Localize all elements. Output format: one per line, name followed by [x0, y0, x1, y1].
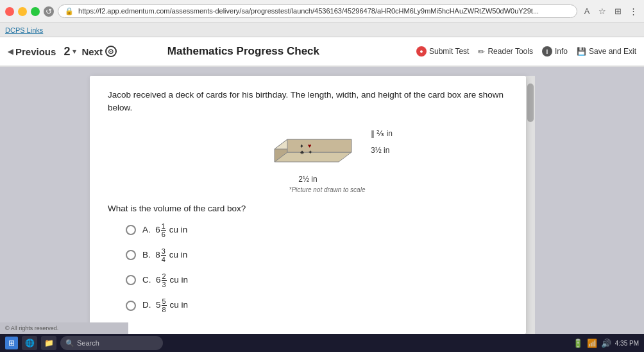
extensions-icon[interactable]: ⊞	[612, 6, 623, 17]
browser-minimize[interactable]	[18, 7, 27, 16]
copyright-bar: © All rights reserved.	[0, 322, 128, 334]
search-icon: 🔍	[65, 339, 74, 348]
windows-icon: ⊞	[8, 339, 15, 348]
reader-label: Reader Tools	[487, 47, 533, 56]
radio-d[interactable]	[126, 301, 136, 311]
search-placeholder: Search	[77, 339, 99, 347]
start-button[interactable]: ⊞	[5, 337, 18, 349]
submit-icon: ●	[416, 46, 427, 57]
option-d[interactable]: D. 558 cu in	[108, 297, 508, 313]
scroll-thumb[interactable]	[527, 84, 534, 122]
folder-icon: 📁	[44, 339, 54, 348]
page-title: Mathematics Progress Check	[71, 45, 416, 58]
option-c[interactable]: C. 623 cu in	[108, 272, 508, 288]
svg-text:♥: ♥	[308, 143, 311, 149]
browser-close[interactable]	[5, 7, 14, 16]
browser-taskbar-icon: 🌐	[25, 339, 35, 348]
taskbar-browser-icon[interactable]: 🌐	[22, 336, 37, 350]
save-label: Save and Exit	[589, 47, 636, 56]
bookmark-icon[interactable]: ☆	[597, 6, 608, 17]
question-intro: Jacob received a deck of cards for his b…	[108, 89, 508, 115]
submit-label: Submit Test	[429, 47, 469, 56]
battery-icon: 🔋	[573, 339, 583, 348]
option-b-label: B. 834 cu in	[142, 247, 187, 263]
address-bar[interactable]: 🔒 https://f2.app.edmentum.com/assessment…	[58, 4, 577, 18]
browser-reload-button[interactable]: ↺	[44, 6, 54, 17]
links-bar: DCPS Links	[0, 23, 644, 37]
taskbar-search-bar[interactable]: 🔍 Search	[60, 336, 163, 350]
info-button[interactable]: i Info	[542, 46, 568, 57]
card-box-diagram: ♦ ♥ ♣ ✦ ‖ ⅔ in 3½ in 2½ i	[146, 127, 508, 193]
info-icon: i	[542, 46, 552, 57]
clock: 4:35 PM	[615, 340, 639, 347]
svg-marker-3	[287, 139, 352, 152]
width-dimension: 3½ in	[371, 146, 393, 155]
previous-label: Previous	[15, 46, 56, 57]
radio-a[interactable]	[126, 225, 136, 235]
taskbar-right: 🔋 📶 🔊 4:35 PM	[573, 339, 639, 348]
reload-icon: ↺	[46, 7, 52, 16]
option-a-label: A. 616 cu in	[142, 222, 187, 238]
question-panel: Jacob received a deck of cards for his b…	[90, 76, 526, 334]
svg-text:✦: ✦	[308, 149, 313, 155]
svg-text:♣: ♣	[300, 149, 304, 155]
nav-bar: Previous 2 ▾ Next ⊙ Mathematics Progress…	[0, 37, 644, 67]
copyright-text: © All rights reserved.	[5, 325, 58, 331]
browser-action-icons: A ☆ ⊞ ⋮	[581, 6, 639, 17]
info-label: Info	[555, 47, 568, 56]
profile-icon[interactable]: A	[581, 6, 593, 17]
main-content-area: Jacob received a deck of cards for his b…	[0, 67, 644, 334]
radio-c[interactable]	[126, 275, 136, 285]
option-a[interactable]: A. 616 cu in	[108, 222, 508, 238]
menu-icon[interactable]: ⋮	[627, 6, 639, 17]
svg-text:♦: ♦	[300, 143, 303, 149]
taskbar-folder-icon[interactable]: 📁	[41, 336, 56, 350]
svg-marker-0	[275, 152, 352, 162]
url-text: https://f2.app.edmentum.com/assessments-…	[78, 7, 539, 15]
radio-b[interactable]	[126, 250, 136, 260]
submit-test-button[interactable]: ● Submit Test	[416, 46, 469, 57]
option-d-label: D. 558 cu in	[142, 297, 188, 313]
option-c-label: C. 623 cu in	[142, 272, 188, 288]
wifi-icon: 📶	[587, 339, 597, 348]
taskbar: ⊞ 🌐 📁 🔍 Search 🔋 📶 🔊 4:35 PM	[0, 334, 644, 352]
volume-prompt: What is the volume of the card box?	[108, 204, 508, 213]
reader-icon: ✏	[478, 47, 485, 57]
scroll-bar[interactable]	[526, 76, 535, 334]
browser-maximize[interactable]	[31, 7, 40, 16]
card-box-svg: ♦ ♥ ♣ ✦	[262, 127, 364, 181]
dcps-links[interactable]: DCPS Links	[5, 26, 43, 34]
diagram-caption: *Picture not drawn to scale	[289, 186, 366, 193]
save-exit-button[interactable]: 💾 Save and Exit	[577, 47, 636, 56]
option-b[interactable]: B. 834 cu in	[108, 247, 508, 263]
browser-chrome: ↺ 🔒 https://f2.app.edmentum.com/assessme…	[0, 0, 644, 23]
volume-icon: 🔊	[601, 339, 611, 348]
height-dimension: ‖ ⅔ in	[371, 129, 393, 138]
nav-right-actions: ● Submit Test ✏ Reader Tools i Info 💾 Sa…	[416, 46, 636, 57]
reader-tools-button[interactable]: ✏ Reader Tools	[478, 47, 533, 57]
save-icon: 💾	[577, 47, 586, 56]
previous-button[interactable]: Previous	[8, 46, 61, 57]
